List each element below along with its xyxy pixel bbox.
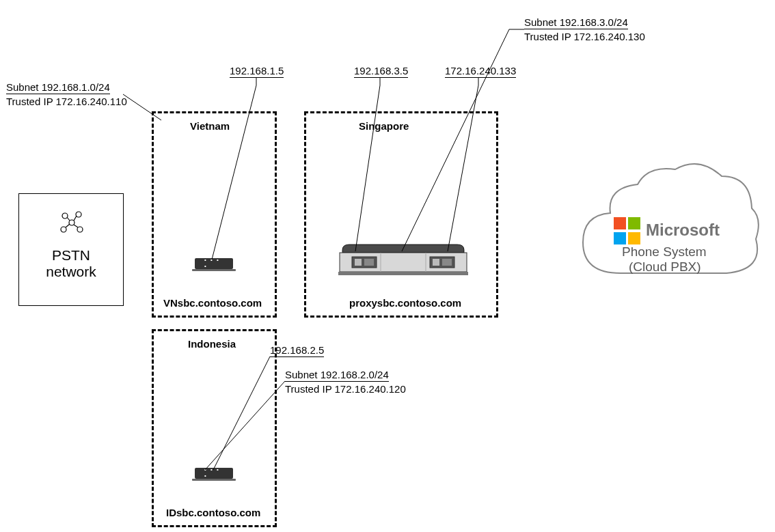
- svg-line-29: [205, 381, 285, 470]
- svg-line-27: [402, 29, 509, 251]
- svg-line-28: [213, 356, 270, 470]
- svg-line-23: [355, 85, 380, 251]
- leader-lines: [0, 0, 775, 532]
- svg-line-19: [123, 94, 161, 120]
- svg-line-21: [212, 85, 256, 260]
- svg-line-25: [448, 85, 478, 251]
